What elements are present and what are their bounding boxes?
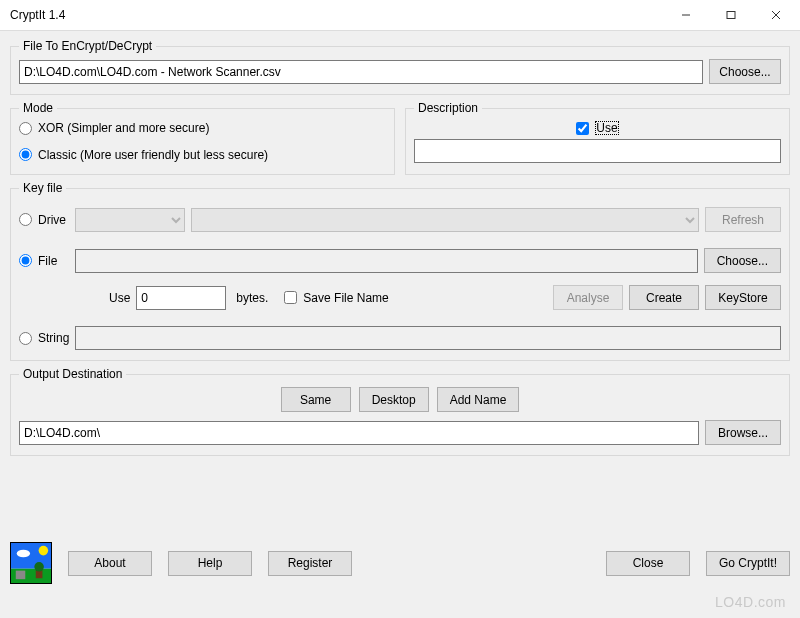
keyfile-group-legend: Key file [19, 181, 66, 195]
help-button[interactable]: Help [168, 551, 252, 576]
keyfile-drive-path-select [191, 208, 699, 232]
file-path-input[interactable] [19, 60, 703, 84]
keyfile-drive-radio[interactable]: Drive [19, 213, 69, 227]
mode-classic-radio[interactable]: Classic (More user friendly but less sec… [19, 148, 268, 162]
keyfile-drive-select [75, 208, 185, 232]
close-button[interactable]: Close [606, 551, 690, 576]
app-logo-icon [10, 542, 52, 584]
keyfile-savefilename-label: Save File Name [303, 291, 388, 305]
register-button[interactable]: Register [268, 551, 352, 576]
mode-group: Mode XOR (Simpler and more secure) Class… [10, 101, 395, 175]
keyfile-drive-label: Drive [38, 213, 66, 227]
keyfile-savefilename-checkbox[interactable]: Save File Name [284, 291, 388, 305]
mode-classic-label: Classic (More user friendly but less sec… [38, 148, 268, 162]
description-input[interactable] [414, 139, 781, 163]
svg-rect-8 [16, 571, 26, 580]
keyfile-bytes-input[interactable] [136, 286, 226, 310]
keyfile-string-label: String [38, 331, 69, 345]
file-group: File To EnCrypt/DeCrypt Choose... [10, 39, 790, 95]
description-use-checkbox[interactable]: Use [576, 121, 618, 135]
about-button[interactable]: About [68, 551, 152, 576]
file-group-legend: File To EnCrypt/DeCrypt [19, 39, 156, 53]
file-choose-button[interactable]: Choose... [709, 59, 781, 84]
keyfile-group: Key file Drive Refresh File Choose... Us… [10, 181, 790, 361]
svg-point-6 [39, 546, 49, 556]
output-browse-button[interactable]: Browse... [705, 420, 781, 445]
output-group-legend: Output Destination [19, 367, 126, 381]
keyfile-string-radio[interactable]: String [19, 331, 69, 345]
keyfile-use-label: Use [109, 291, 130, 305]
mode-xor-label: XOR (Simpler and more secure) [38, 121, 209, 135]
window-title: CryptIt 1.4 [10, 8, 663, 22]
keyfile-bytes-label: bytes. [232, 291, 278, 305]
description-group-legend: Description [414, 101, 482, 115]
svg-point-10 [34, 562, 44, 572]
keyfile-choose-button[interactable]: Choose... [704, 248, 781, 273]
close-window-button[interactable] [753, 1, 798, 29]
output-desktop-button[interactable]: Desktop [359, 387, 429, 412]
client-area: File To EnCrypt/DeCrypt Choose... Mode X… [0, 31, 800, 618]
output-group: Output Destination Same Desktop Add Name… [10, 367, 790, 456]
keyfile-analyse-button: Analyse [553, 285, 623, 310]
output-path-input[interactable] [19, 421, 699, 445]
watermark: LO4D.com [715, 594, 786, 610]
keyfile-keystore-button[interactable]: KeyStore [705, 285, 781, 310]
bottom-bar: About Help Register Close Go CryptIt! [10, 542, 790, 584]
description-group: Description Use [405, 101, 790, 175]
go-cryptit-button[interactable]: Go CryptIt! [706, 551, 790, 576]
keyfile-file-label: File [38, 254, 57, 268]
mode-xor-radio[interactable]: XOR (Simpler and more secure) [19, 121, 209, 135]
description-use-label: Use [595, 121, 618, 135]
output-addname-button[interactable]: Add Name [437, 387, 520, 412]
svg-rect-1 [727, 12, 735, 19]
keyfile-refresh-button: Refresh [705, 207, 781, 232]
output-same-button[interactable]: Same [281, 387, 351, 412]
keyfile-file-input [75, 249, 698, 273]
keyfile-file-radio[interactable]: File [19, 254, 69, 268]
minimize-button[interactable] [663, 1, 708, 29]
keyfile-string-input [75, 326, 781, 350]
titlebar: CryptIt 1.4 [0, 0, 800, 31]
mode-group-legend: Mode [19, 101, 57, 115]
svg-point-7 [17, 550, 30, 558]
maximize-button[interactable] [708, 1, 753, 29]
keyfile-create-button[interactable]: Create [629, 285, 699, 310]
